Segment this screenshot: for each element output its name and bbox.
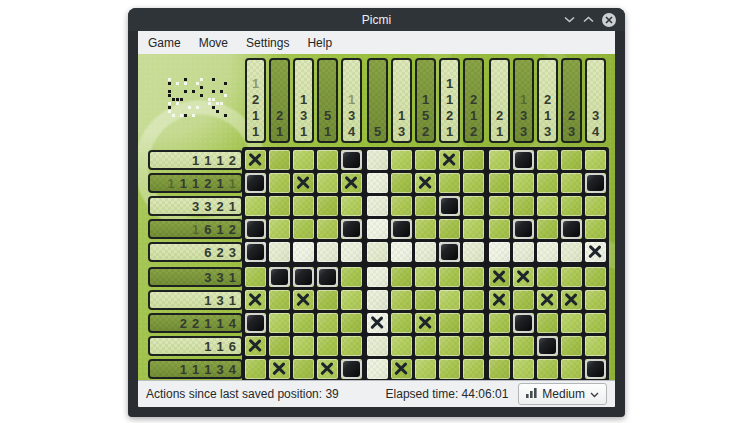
grid-cell[interactable]: [561, 313, 582, 333]
grid-cell[interactable]: [537, 219, 558, 239]
grid-cell[interactable]: [561, 336, 582, 356]
grid-cell[interactable]: [391, 267, 412, 287]
grid-cell[interactable]: [245, 150, 266, 170]
grid-cell[interactable]: [317, 150, 338, 170]
grid-cell[interactable]: [341, 267, 362, 287]
grid-cell[interactable]: [317, 242, 338, 262]
grid-cell[interactable]: [391, 150, 412, 170]
grid-cell[interactable]: [513, 313, 534, 333]
grid-cell[interactable]: [415, 267, 436, 287]
grid-cell[interactable]: [561, 290, 582, 310]
difficulty-dropdown[interactable]: Medium: [518, 383, 607, 405]
grid-cell[interactable]: [489, 290, 510, 310]
grid-cell[interactable]: [293, 267, 314, 287]
grid-cell[interactable]: [561, 359, 582, 379]
grid-cell[interactable]: [415, 219, 436, 239]
grid-cell[interactable]: [463, 150, 484, 170]
grid-cell[interactable]: [317, 267, 338, 287]
grid-cell[interactable]: [293, 219, 314, 239]
grid-cell[interactable]: [367, 150, 388, 170]
grid-cell[interactable]: [269, 359, 290, 379]
grid-cell[interactable]: [513, 196, 534, 216]
grid-cell[interactable]: [463, 267, 484, 287]
grid-cell[interactable]: [391, 359, 412, 379]
grid-cell[interactable]: [463, 336, 484, 356]
grid-cell[interactable]: [439, 290, 460, 310]
grid-cell[interactable]: [317, 173, 338, 193]
grid-cell[interactable]: [513, 150, 534, 170]
menu-game[interactable]: Game: [139, 36, 190, 50]
grid-cell[interactable]: [489, 242, 510, 262]
grid-cell[interactable]: [293, 242, 314, 262]
grid-cell[interactable]: [367, 359, 388, 379]
grid-cell[interactable]: [537, 242, 558, 262]
grid-cell[interactable]: [317, 196, 338, 216]
grid-cell[interactable]: [463, 242, 484, 262]
grid-cell[interactable]: [269, 290, 290, 310]
grid-cell[interactable]: [463, 173, 484, 193]
grid-cell[interactable]: [341, 242, 362, 262]
grid-cell[interactable]: [439, 336, 460, 356]
grid-cell[interactable]: [489, 150, 510, 170]
grid-cell[interactable]: [367, 290, 388, 310]
grid-cell[interactable]: [245, 173, 266, 193]
grid-cell[interactable]: [489, 173, 510, 193]
grid-cell[interactable]: [245, 359, 266, 379]
menu-move[interactable]: Move: [190, 36, 237, 50]
grid-cell[interactable]: [585, 336, 606, 356]
grid-cell[interactable]: [367, 267, 388, 287]
grid-cell[interactable]: [391, 219, 412, 239]
grid-cell[interactable]: [367, 196, 388, 216]
grid-cell[interactable]: [391, 336, 412, 356]
grid-cell[interactable]: [463, 196, 484, 216]
grid-cell[interactable]: [585, 196, 606, 216]
grid-cell[interactable]: [317, 336, 338, 356]
grid-cell[interactable]: [439, 267, 460, 287]
grid-cell[interactable]: [269, 196, 290, 216]
grid-cell[interactable]: [367, 173, 388, 193]
grid-cell[interactable]: [269, 313, 290, 333]
grid-cell[interactable]: [391, 313, 412, 333]
grid-cell[interactable]: [367, 313, 388, 333]
grid-cell[interactable]: [537, 267, 558, 287]
grid-cell[interactable]: [391, 290, 412, 310]
grid-cell[interactable]: [561, 150, 582, 170]
grid-cell[interactable]: [317, 359, 338, 379]
grid-cell[interactable]: [585, 242, 606, 262]
grid-cell[interactable]: [245, 290, 266, 310]
menu-help[interactable]: Help: [298, 36, 341, 50]
grid-cell[interactable]: [269, 150, 290, 170]
grid-cell[interactable]: [415, 242, 436, 262]
grid-cell[interactable]: [391, 242, 412, 262]
grid-cell[interactable]: [317, 290, 338, 310]
grid-cell[interactable]: [463, 313, 484, 333]
grid-cell[interactable]: [415, 173, 436, 193]
grid-cell[interactable]: [513, 173, 534, 193]
grid-cell[interactable]: [391, 196, 412, 216]
grid-cell[interactable]: [585, 359, 606, 379]
grid-cell[interactable]: [585, 267, 606, 287]
grid-cell[interactable]: [367, 336, 388, 356]
grid-cell[interactable]: [317, 313, 338, 333]
grid-cell[interactable]: [561, 242, 582, 262]
grid-cell[interactable]: [585, 313, 606, 333]
grid-cell[interactable]: [245, 313, 266, 333]
grid-cell[interactable]: [293, 313, 314, 333]
grid-cell[interactable]: [537, 196, 558, 216]
titlebar[interactable]: Picmi: [128, 8, 625, 31]
grid-cell[interactable]: [561, 267, 582, 287]
grid-cell[interactable]: [585, 219, 606, 239]
grid-cell[interactable]: [269, 219, 290, 239]
grid-cell[interactable]: [463, 359, 484, 379]
grid-cell[interactable]: [317, 219, 338, 239]
grid-cell[interactable]: [561, 173, 582, 193]
grid-cell[interactable]: [341, 219, 362, 239]
maximize-icon[interactable]: [583, 16, 594, 23]
grid-cell[interactable]: [537, 359, 558, 379]
grid-cell[interactable]: [439, 313, 460, 333]
grid-cell[interactable]: [245, 196, 266, 216]
grid-cell[interactable]: [341, 196, 362, 216]
grid-cell[interactable]: [293, 336, 314, 356]
grid-cell[interactable]: [269, 267, 290, 287]
grid-cell[interactable]: [439, 219, 460, 239]
